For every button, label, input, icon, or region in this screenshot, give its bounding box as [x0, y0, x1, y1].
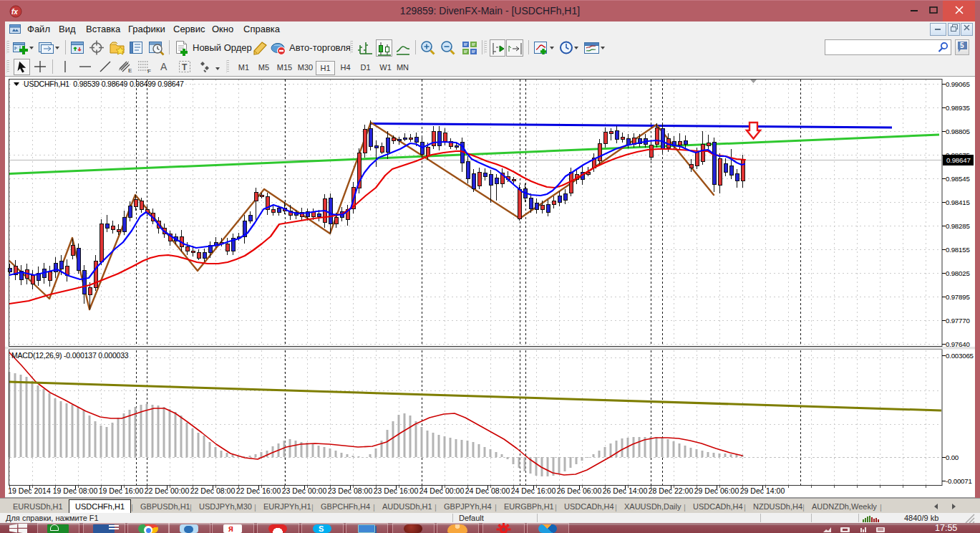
svg-text:0.98647: 0.98647 [946, 156, 971, 164]
svg-text:23 Dec 16:00: 23 Dec 16:00 [374, 486, 419, 495]
svg-text:22 Dec 16:00: 22 Dec 16:00 [236, 486, 281, 495]
svg-text:E: E [128, 67, 132, 74]
svg-text:19 Dec 2014: 19 Dec 2014 [8, 486, 51, 495]
svg-text:0.98935: 0.98935 [946, 104, 970, 112]
svg-text:MACD(12,26,9) -0.000137 0.0000: MACD(12,26,9) -0.000137 0.000033 [11, 351, 129, 360]
svg-text:0.003065: 0.003065 [946, 352, 974, 360]
svg-text:22 Dec 00:00: 22 Dec 00:00 [145, 486, 190, 495]
svg-text:23 Dec 00:00: 23 Dec 00:00 [282, 486, 327, 495]
svg-text:0.99065: 0.99065 [946, 80, 970, 88]
svg-text:19 Dec 08:00: 19 Dec 08:00 [53, 486, 98, 495]
svg-text:-0.00071: -0.00071 [946, 477, 972, 485]
svg-text:0.98545: 0.98545 [946, 175, 970, 183]
svg-text:USDCHFh,H1 0.98539 0.98649 0.: USDCHFh,H1 0.98539 0.98649 0.98499 0.986… [24, 80, 184, 88]
svg-text:29 Dec 06:00: 29 Dec 06:00 [694, 486, 739, 495]
svg-text:0.97770: 0.97770 [946, 317, 970, 325]
svg-text:24 Dec 00:00: 24 Dec 00:00 [419, 486, 465, 495]
svg-text:26 Dec 14:00: 26 Dec 14:00 [603, 486, 648, 495]
svg-text:22 Dec 08:00: 22 Dec 08:00 [190, 486, 236, 495]
svg-text:0.98805: 0.98805 [946, 128, 970, 135]
svg-text:T: T [182, 62, 188, 72]
svg-text:28 Dec 22:00: 28 Dec 22:00 [649, 486, 694, 495]
svg-text:0.98415: 0.98415 [946, 198, 970, 206]
svg-text:24 Dec 16:00: 24 Dec 16:00 [511, 486, 556, 495]
svg-text:29 Dec 14:00: 29 Dec 14:00 [740, 486, 785, 495]
svg-text:0.98155: 0.98155 [946, 246, 970, 254]
svg-text:0.97895: 0.97895 [946, 293, 970, 301]
svg-text:19 Dec 16:00: 19 Dec 16:00 [99, 486, 144, 495]
svg-text:26 Dec 06:00: 26 Dec 06:00 [557, 486, 602, 495]
svg-text:0.98025: 0.98025 [946, 269, 970, 277]
svg-text:5: 5 [960, 42, 964, 49]
svg-text:0.97640: 0.97640 [946, 340, 970, 348]
svg-text:A: A [160, 61, 168, 72]
svg-text:24 Dec 08:00: 24 Dec 08:00 [465, 486, 510, 495]
svg-text:23 Dec 08:00: 23 Dec 08:00 [328, 486, 373, 495]
svg-text:F: F [147, 68, 151, 75]
svg-text:0.98285: 0.98285 [946, 222, 970, 230]
svg-text:0.00: 0.00 [946, 453, 959, 461]
